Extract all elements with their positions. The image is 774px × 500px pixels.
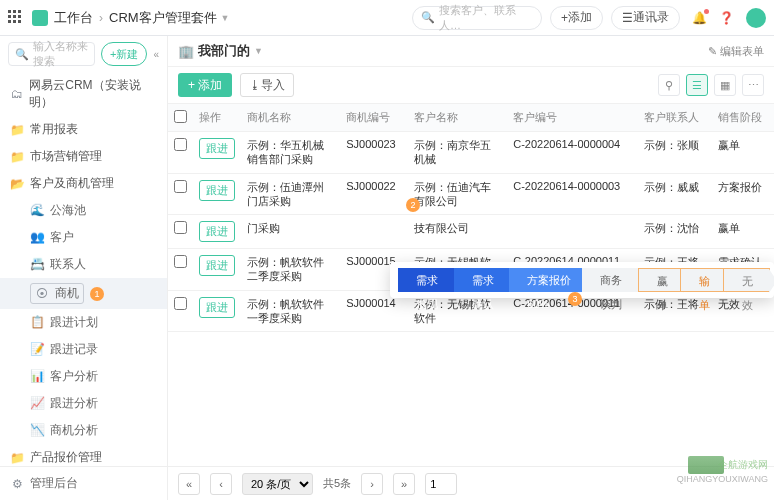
add-button[interactable]: + 添加 — [178, 73, 232, 97]
cell-name[interactable]: 门采购 — [241, 215, 340, 249]
pipeline-stage[interactable]: 赢单 — [638, 268, 685, 292]
select-all-checkbox[interactable] — [174, 110, 187, 123]
row-checkbox[interactable] — [174, 255, 187, 268]
more-icon[interactable]: ⋯ — [742, 74, 764, 96]
sidebar-subitem[interactable]: 📊客户分析 — [0, 363, 167, 390]
collapse-icon[interactable]: « — [153, 49, 159, 60]
pipeline-stage[interactable]: 输单 — [680, 268, 727, 292]
search-icon: 🔍 — [15, 48, 29, 61]
crumb-sep: › — [99, 11, 103, 25]
sidebar-subitem[interactable]: 📋跟进计划 — [0, 309, 167, 336]
followup-button[interactable]: 跟进 — [199, 255, 235, 276]
followup-button[interactable]: 跟进 — [199, 297, 235, 318]
col-header: 客户联系人 — [638, 104, 712, 132]
sidebar-subitem[interactable]: 📇联系人 — [0, 251, 167, 278]
filter-icon[interactable]: ⚲ — [658, 74, 680, 96]
crumb-workspace[interactable]: 工作台 — [54, 9, 93, 27]
topbar: 工作台 › CRM客户管理套件 ▼ 🔍搜索客户、联系人… + 添加 ☰ 通讯录 … — [0, 0, 774, 36]
crumb-suite[interactable]: CRM客户管理套件 — [109, 9, 217, 27]
chevron-down-icon[interactable]: ▼ — [221, 13, 230, 23]
search-icon: 🔍 — [421, 11, 435, 24]
col-header: 商机编号 — [340, 104, 408, 132]
first-page[interactable]: « — [178, 473, 200, 495]
folder-icon: 📁 — [10, 150, 24, 164]
sidebar-search[interactable]: 🔍输入名称来搜索 — [8, 42, 95, 66]
sidebar-item-label: 跟进分析 — [50, 396, 98, 410]
sidebar-item-label: 常用报表 — [30, 121, 78, 138]
total-label: 共5条 — [323, 476, 351, 491]
cell-customer[interactable]: 示例：伍迪汽车有限公司 — [408, 173, 507, 215]
cell-contact: 示例：张顺 — [638, 132, 712, 174]
sidebar-subitem[interactable]: 🌊公海池 — [0, 197, 167, 224]
dept-selector[interactable]: 🏢我部门的 ▼ — [178, 42, 263, 60]
table-row: 跟进 示例：伍迪潭州门店采购 SJ000022 示例：伍迪汽车有限公司 C-20… — [168, 173, 774, 215]
sidebar-subitem[interactable]: 👥客户 — [0, 224, 167, 251]
sidebar-subitem[interactable]: 📈跟进分析 — [0, 390, 167, 417]
pipeline-stage[interactable]: 需求发现 — [398, 268, 458, 292]
page-input[interactable] — [425, 473, 457, 495]
last-page[interactable]: » — [393, 473, 415, 495]
row-checkbox[interactable] — [174, 221, 187, 234]
sidebar-item-label: 商机分析 — [50, 423, 98, 437]
pipeline-stage[interactable]: 无效 — [723, 268, 770, 292]
sidebar-item[interactable]: 🗂网易云CRM（安装说明） — [0, 72, 167, 116]
item-icon: 📋 — [30, 315, 44, 329]
sidebar-subitem[interactable]: 📝跟进记录 — [0, 336, 167, 363]
sidebar-item[interactable]: 📁常用报表 — [0, 116, 167, 143]
folder-icon: 📁 — [10, 451, 24, 465]
pipeline-popover: 需求发现需求确认方案报价 60%商务谈判赢单输单无效 — [390, 262, 774, 298]
item-icon: 🌊 — [30, 203, 44, 217]
followup-button[interactable]: 跟进 — [199, 138, 235, 159]
sidebar-item[interactable]: 📁产品报价管理 — [0, 444, 167, 466]
sidebar-item[interactable]: 📁市场营销管理 — [0, 143, 167, 170]
card-view-icon[interactable]: ▦ — [714, 74, 736, 96]
help-icon[interactable]: ❓ — [719, 11, 734, 25]
contacts-button[interactable]: ☰ 通讯录 — [611, 6, 680, 30]
sidebar-item-label: 跟进计划 — [50, 315, 98, 329]
gear-icon: ⚙ — [10, 477, 24, 491]
cell-name[interactable]: 示例：华五机械销售部门采购 — [241, 132, 340, 174]
pipeline-stage[interactable]: 方案报价 60% — [509, 268, 586, 292]
row-checkbox[interactable] — [174, 138, 187, 151]
cell-name[interactable]: 示例：帆软软件一季度采购 — [241, 290, 340, 332]
page-size-select[interactable]: 20 条/页 — [242, 473, 313, 495]
next-page[interactable]: › — [361, 473, 383, 495]
sidebar-item-label: 客户分析 — [50, 369, 98, 383]
row-checkbox[interactable] — [174, 180, 187, 193]
sidebar-new-button[interactable]: + 新建 — [101, 42, 147, 66]
sidebar-item-label: 联系人 — [50, 257, 86, 271]
import-button[interactable]: ⭳ 导入 — [240, 73, 294, 97]
sidebar-subitem[interactable]: ⦿商机1 — [0, 278, 167, 309]
cell-customer[interactable]: 示例：南京华五机械 — [408, 132, 507, 174]
followup-button[interactable]: 跟进 — [199, 180, 235, 201]
sidebar-item[interactable]: 📂客户及商机管理 — [0, 170, 167, 197]
folder-icon: 📁 — [10, 123, 24, 137]
sidebar-subitem[interactable]: 📉商机分析 — [0, 417, 167, 444]
top-add-button[interactable]: + 添加 — [550, 6, 603, 30]
app-logo — [32, 10, 48, 26]
cell-cust-code — [507, 215, 638, 249]
watermark-brand: 企航游戏网 — [718, 458, 768, 472]
cell-name[interactable]: 示例：帆软软件二季度采购 — [241, 249, 340, 291]
avatar[interactable] — [746, 8, 766, 28]
global-search[interactable]: 🔍搜索客户、联系人… — [412, 6, 542, 30]
cell-name[interactable]: 示例：伍迪潭州门店采购 — [241, 173, 340, 215]
prev-page[interactable]: ‹ — [210, 473, 232, 495]
cell-stage: 赢单 — [712, 215, 774, 249]
col-header: 商机名称 — [241, 104, 340, 132]
cell-code: SJ000023 — [340, 132, 408, 174]
cell-customer[interactable]: 技有限公司 — [408, 215, 507, 249]
callout-2: 2 — [406, 198, 420, 212]
edit-form-link[interactable]: ✎ 编辑表单 — [708, 44, 764, 59]
row-checkbox[interactable] — [174, 297, 187, 310]
followup-button[interactable]: 跟进 — [199, 221, 235, 242]
item-icon: ⦿ — [35, 287, 49, 301]
table-row: 跟进 示例：华五机械销售部门采购 SJ000023 示例：南京华五机械 C-20… — [168, 132, 774, 174]
sidebar-footer[interactable]: ⚙管理后台 — [0, 466, 167, 500]
pipeline-stage[interactable]: 商务谈判 — [582, 268, 642, 292]
bell-icon[interactable]: 🔔 — [692, 11, 707, 25]
list-view-icon[interactable]: ☰ — [686, 74, 708, 96]
cell-code: SJ000022 — [340, 173, 408, 215]
pipeline-stage[interactable]: 需求确认 — [454, 268, 514, 292]
apps-icon[interactable] — [8, 10, 24, 26]
